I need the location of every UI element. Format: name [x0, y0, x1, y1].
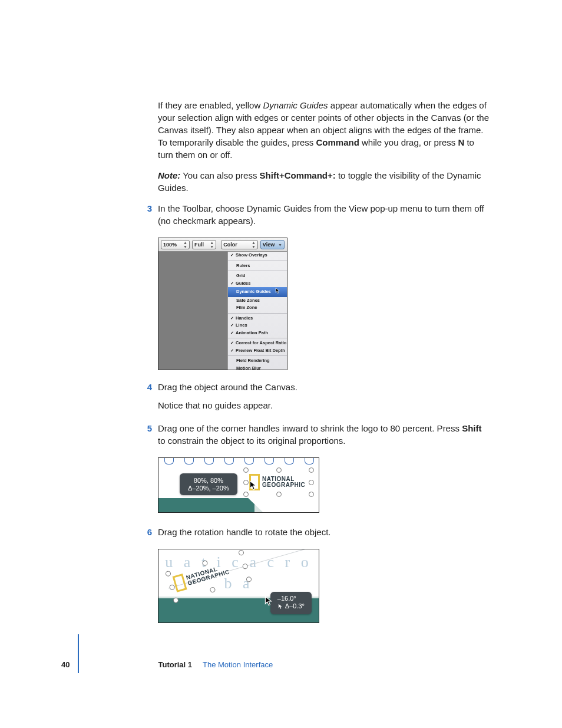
background-bar: [158, 498, 319, 512]
stepper-icon: ▲▼: [252, 241, 256, 249]
step-6: 6 Drag the rotation handle to rotate the…: [158, 526, 491, 544]
step-number: 6: [145, 526, 152, 538]
step-3-text: In the Toolbar, choose Dynamic Guides fr…: [158, 202, 491, 227]
resize-handle[interactable]: [276, 467, 282, 473]
tutorial-title: The Motion Interface: [203, 660, 273, 670]
view-menu: ✓Show Overlays Rulers Grid ✓Guides Dynam…: [227, 252, 287, 370]
cursor-icon: [249, 480, 257, 494]
menu-safe-zones[interactable]: Safe Zones: [228, 297, 287, 305]
resize-handle[interactable]: [243, 467, 249, 473]
resize-handle[interactable]: [243, 492, 249, 497]
key-shift: Shift: [462, 423, 481, 433]
full-popup[interactable]: Full▲▼: [192, 240, 216, 249]
dropdown-icon: ▼: [278, 243, 282, 247]
stepper-icon: ▲▼: [210, 241, 214, 249]
document-page: If they are enabled, yellow Dynamic Guid…: [0, 0, 562, 728]
checkmark-icon: ✓: [230, 330, 234, 336]
key-shift-command-colon: Shift+Command+:: [260, 170, 336, 180]
key-n: N: [458, 137, 464, 147]
step-4: 4 Drag the object around the Canvas. Not…: [158, 381, 491, 417]
menu-field-rendering[interactable]: Field Rendering: [228, 357, 287, 365]
checkmark-icon: ✓: [230, 348, 234, 354]
figure-view-menu: 100%▲▼ Full▲▼ Color▲▼ View▼ ✓Show Overla…: [158, 238, 287, 370]
step-3: 3 In the Toolbar, choose Dynamic Guides …: [158, 202, 491, 233]
resize-handle[interactable]: [309, 480, 314, 485]
tutorial-label: Tutorial 1: [158, 660, 192, 670]
cursor-icon: [277, 604, 283, 610]
menu-motion-blur[interactable]: Motion Blur: [228, 365, 287, 373]
menu-guides[interactable]: ✓Guides: [228, 280, 287, 288]
step-4-line1: Drag the object around the Canvas.: [158, 381, 491, 393]
color-popup[interactable]: Color▲▼: [221, 240, 258, 249]
cursor-icon: [275, 288, 280, 297]
checkmark-icon: ✓: [230, 315, 234, 321]
cursor-icon: [265, 596, 273, 610]
natgeo-frame-icon: [173, 574, 187, 592]
step-6-text: Drag the rotation handle to rotate the o…: [158, 526, 491, 538]
menu-film-zone[interactable]: Film Zone: [228, 304, 287, 312]
note-paragraph: Note: You can also press Shift+Command+:…: [158, 169, 491, 194]
checkmark-icon: ✓: [230, 322, 234, 328]
resize-handle[interactable]: [276, 492, 282, 497]
key-command: Command: [316, 137, 359, 147]
canvas-area: [158, 252, 227, 370]
step-4-line2: Notice that no guides appear.: [158, 399, 491, 411]
zoom-popup[interactable]: 100%▲▼: [161, 240, 190, 249]
menu-preview-float[interactable]: ✓Preview Float Bit Depth: [228, 347, 287, 355]
step-5: 5 Drag one of the corner handles inward …: [158, 422, 491, 453]
menu-correct-aspect[interactable]: ✓Correct for Aspect Ratio: [228, 340, 287, 347]
menu-animation-path[interactable]: ✓Animation Path: [228, 330, 287, 337]
rotation-tooltip: –16.0° Δ–0.3°: [270, 592, 312, 614]
checkmark-icon: ✓: [230, 281, 234, 286]
page-footer: 40 Tutorial 1 The Motion Interface: [0, 660, 562, 670]
step-number: 3: [145, 202, 152, 215]
figure-rotate: u a t i c a c r o b a NATIONALGEOGRAPHIC…: [158, 549, 319, 623]
menu-rulers[interactable]: Rulers: [228, 262, 287, 270]
term-dynamic-guides: Dynamic Guides: [263, 100, 328, 110]
checkmark-icon: ✓: [230, 340, 234, 346]
step-number: 5: [145, 422, 152, 434]
page-number: 40: [61, 660, 70, 670]
scale-tooltip: 80%, 80% Δ–20%, –20%: [180, 473, 237, 495]
background-decoration: [158, 458, 319, 466]
view-popup[interactable]: View▼: [260, 240, 285, 249]
natgeo-logo: NATIONALGEOGRAPHIC: [249, 474, 305, 490]
resize-handle[interactable]: [309, 467, 314, 473]
figure-scale-80: 80%, 80% Δ–20%, –20% NATIONALGEOGRAPHIC: [158, 457, 319, 513]
menu-grid[interactable]: Grid: [228, 272, 287, 280]
menu-handles[interactable]: ✓Handles: [228, 315, 287, 322]
paragraph-dynamic-guides: If they are enabled, yellow Dynamic Guid…: [158, 99, 491, 161]
step-5-text: Drag one of the corner handles inward to…: [158, 422, 491, 447]
menu-lines[interactable]: ✓Lines: [228, 322, 287, 330]
resize-handle[interactable]: [309, 492, 314, 497]
resize-handle[interactable]: [243, 480, 249, 485]
checkmark-icon: ✓: [230, 252, 234, 258]
stepper-icon: ▲▼: [183, 241, 187, 249]
menu-dynamic-guides[interactable]: Dynamic Guides: [228, 287, 287, 297]
step-number: 4: [145, 381, 152, 393]
toolbar: 100%▲▼ Full▲▼ Color▲▼ View▼: [158, 238, 287, 252]
menu-show-overlays[interactable]: ✓Show Overlays: [228, 252, 287, 259]
note-label: Note:: [158, 170, 180, 180]
